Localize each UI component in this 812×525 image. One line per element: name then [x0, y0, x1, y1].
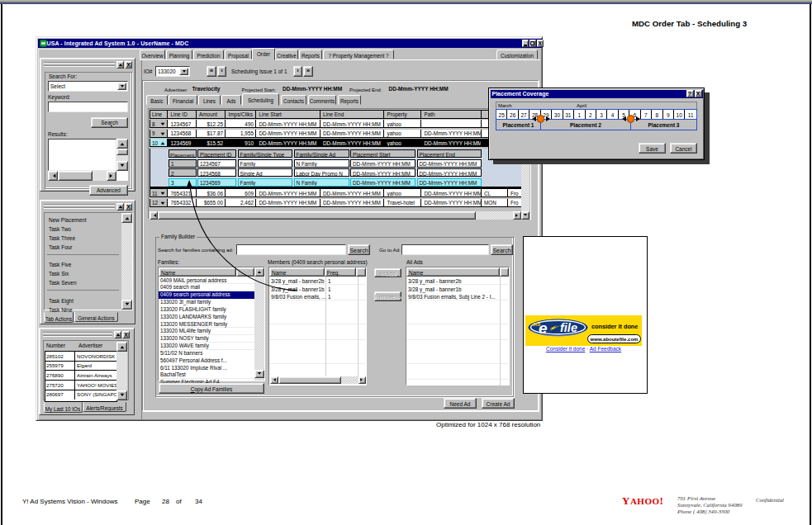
svg-text:file: file: [560, 321, 577, 334]
svg-text:IRS: IRS: [533, 322, 541, 327]
